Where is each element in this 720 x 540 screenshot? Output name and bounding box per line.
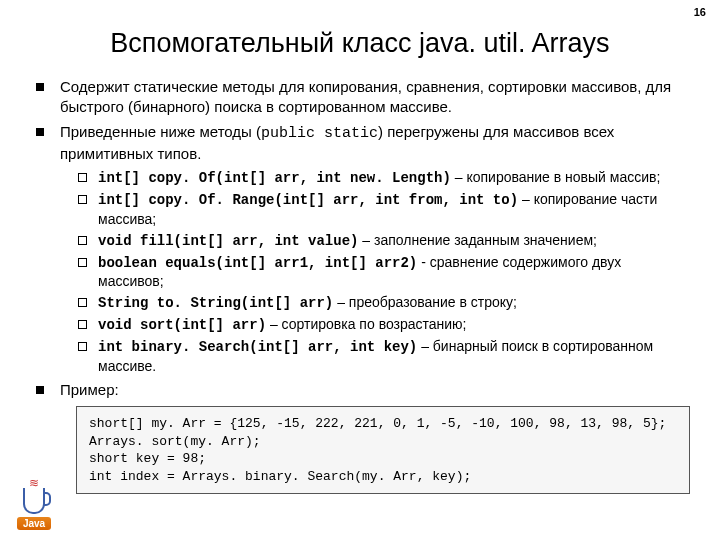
inline-code: public static <box>261 125 378 142</box>
bullet-item: Приведенные ниже методы (public static) … <box>60 122 690 376</box>
method-signature: String to. String(int[] arr) <box>98 295 333 311</box>
bullet-item: Содержит статические методы для копирова… <box>60 77 690 118</box>
code-example: short[] my. Arr = {125, -15, 222, 221, 0… <box>76 406 690 494</box>
bullet-prefix: Приведенные ниже методы ( <box>60 123 261 140</box>
method-signature: boolean equals(int[] arr1, int[] arr2) <box>98 255 417 271</box>
page-number: 16 <box>694 6 706 18</box>
logo-label: Java <box>17 517 51 530</box>
method-signature: int[] copy. Of(int[] arr, int new. Lengt… <box>98 170 451 186</box>
method-signature: int[] copy. Of. Range(int[] arr, int fro… <box>98 192 518 208</box>
steam-icon: ≋ <box>29 480 39 487</box>
method-item: int[] copy. Of. Range(int[] arr, int fro… <box>78 190 690 229</box>
method-signature: void sort(int[] arr) <box>98 317 266 333</box>
bullet-text: Содержит статические методы для копирова… <box>60 78 671 115</box>
method-item: int[] copy. Of(int[] arr, int new. Lengt… <box>78 168 690 188</box>
method-desc: – сортировка по возрастанию; <box>266 316 466 332</box>
method-item: int binary. Search(int[] arr, int key) –… <box>78 337 690 376</box>
method-item: String to. String(int[] arr) – преобразо… <box>78 293 690 313</box>
method-desc: – преобразование в строку; <box>333 294 517 310</box>
method-signature: void fill(int[] arr, int value) <box>98 233 358 249</box>
bullet-item: Пример: <box>60 380 690 400</box>
method-item: void fill(int[] arr, int value) – заполн… <box>78 231 690 251</box>
method-signature: int binary. Search(int[] arr, int key) <box>98 339 417 355</box>
method-desc: – копирование в новый массив; <box>451 169 661 185</box>
method-desc: – заполнение заданным значением; <box>358 232 597 248</box>
content-area: Содержит статические методы для копирова… <box>60 77 690 400</box>
example-label: Пример: <box>60 381 119 398</box>
method-item: boolean equals(int[] arr1, int[] arr2) -… <box>78 253 690 292</box>
slide-title: Вспомогательный класс java. util. Arrays <box>0 28 720 59</box>
coffee-cup-icon <box>23 488 45 514</box>
method-item: void sort(int[] arr) – сортировка по воз… <box>78 315 690 335</box>
java-logo: ≋ Java <box>14 480 54 530</box>
